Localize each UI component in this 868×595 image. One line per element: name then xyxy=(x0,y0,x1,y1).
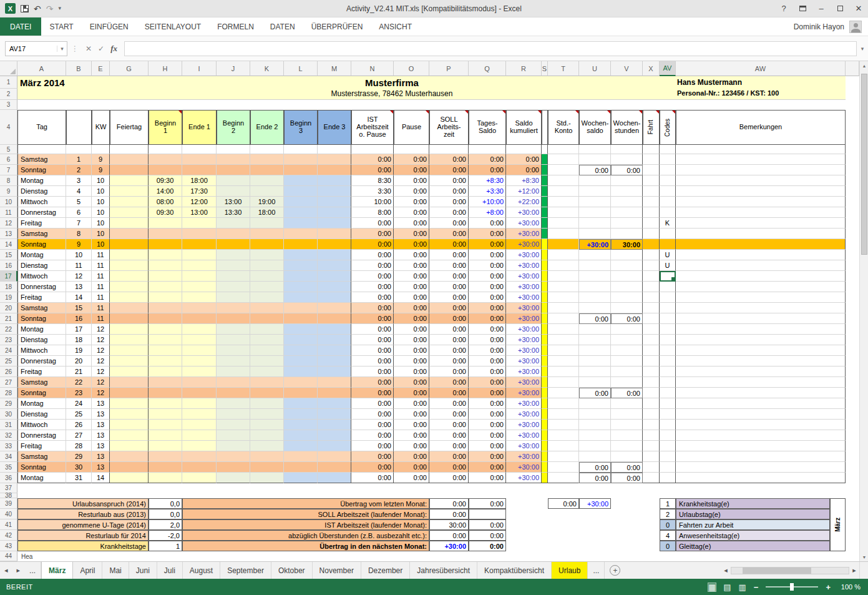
cell-B8[interactable]: 3 xyxy=(66,175,92,186)
cell-N36[interactable]: 0:00 xyxy=(351,473,394,483)
cell-AW5[interactable] xyxy=(676,145,846,154)
summary-mid-label-40[interactable]: SOLL Arbeitszeit (laufender Monat): xyxy=(182,509,429,519)
cell-P31[interactable]: 0:00 xyxy=(429,420,469,430)
row-header-3[interactable]: 3 xyxy=(0,100,17,110)
cell-L14[interactable] xyxy=(284,239,318,250)
cell-L9[interactable] xyxy=(284,186,318,197)
cell-H35[interactable] xyxy=(149,462,182,473)
cell-O7[interactable]: 0:00 xyxy=(394,165,429,175)
cell-O23[interactable]: 0:00 xyxy=(394,335,429,345)
cell-O5[interactable] xyxy=(394,145,429,154)
cell-N35[interactable]: 0:00 xyxy=(351,462,394,473)
cell-X28[interactable] xyxy=(643,388,660,398)
cell-H23[interactable] xyxy=(149,335,182,345)
cell-O19[interactable]: 0:00 xyxy=(394,292,429,303)
cell-I5[interactable] xyxy=(182,145,217,154)
cell-E20[interactable]: 11 xyxy=(92,303,110,313)
cell-L20[interactable] xyxy=(284,303,318,313)
cell-I10[interactable]: 12:00 xyxy=(182,197,217,207)
cell-I13[interactable] xyxy=(182,229,217,239)
cell-company-name[interactable]: Musterfirma xyxy=(236,77,548,88)
cell-S7[interactable] xyxy=(542,165,548,175)
summary-mid-label-42[interactable]: abzüglich Überstunden (z.B. ausbezahlt e… xyxy=(182,530,429,541)
cell-A19[interactable]: Freitag xyxy=(17,292,66,303)
cell-T29[interactable] xyxy=(548,398,579,409)
cell-T20[interactable] xyxy=(548,303,579,313)
cell-M5[interactable] xyxy=(318,145,351,154)
sheet-nav-left-icon[interactable]: ◂ xyxy=(0,562,12,579)
row-header-20[interactable]: 20 xyxy=(0,303,17,313)
cell-K7[interactable] xyxy=(250,165,284,175)
header-cell-J[interactable]: Beginn 2 xyxy=(217,110,250,145)
legend-label-41[interactable]: Fahrten zur Arbeit xyxy=(676,519,830,530)
cell-X13[interactable] xyxy=(643,229,660,239)
cell-P20[interactable]: 0:00 xyxy=(429,303,469,313)
cell-H21[interactable] xyxy=(149,313,182,324)
cell-R24[interactable]: +30:00 xyxy=(506,345,542,356)
row-header-21[interactable]: 21 xyxy=(0,313,17,324)
cell-R7[interactable]: 0:00 xyxy=(506,165,542,175)
empty-cell[interactable] xyxy=(643,509,660,519)
cell-AV19[interactable] xyxy=(660,292,676,303)
row-header-35[interactable]: 35 xyxy=(0,462,17,473)
cell-B32[interactable]: 27 xyxy=(66,430,92,441)
cell-X9[interactable] xyxy=(643,186,660,197)
cell-G24[interactable] xyxy=(110,345,149,356)
cell-E32[interactable]: 13 xyxy=(92,430,110,441)
cell-V14[interactable]: 30:00 xyxy=(611,239,643,250)
cell-Q14[interactable]: 0:00 xyxy=(469,239,506,250)
cell-S32[interactable] xyxy=(542,430,548,441)
cell-M27[interactable] xyxy=(318,377,351,388)
cell-L11[interactable] xyxy=(284,207,318,218)
empty-cell[interactable] xyxy=(643,541,660,551)
cell-U36[interactable]: 0:00 xyxy=(579,473,611,483)
cell-O35[interactable]: 0:00 xyxy=(394,462,429,473)
cell-J26[interactable] xyxy=(217,366,250,377)
redo-icon[interactable]: ↷ xyxy=(46,4,54,13)
cell-M13[interactable] xyxy=(318,229,351,239)
cell-L18[interactable] xyxy=(284,282,318,292)
cell-AV15[interactable]: U xyxy=(660,250,676,260)
cell-AV13[interactable] xyxy=(660,229,676,239)
cell-A16[interactable]: Dienstag xyxy=(17,260,66,271)
cell-AW36[interactable] xyxy=(676,473,846,483)
cell-AW35[interactable] xyxy=(676,462,846,473)
row-header-2[interactable]: 2 xyxy=(0,89,17,100)
cell-J32[interactable] xyxy=(217,430,250,441)
cell-X20[interactable] xyxy=(643,303,660,313)
cell-Q31[interactable]: 0:00 xyxy=(469,420,506,430)
row-header-27[interactable]: 27 xyxy=(0,377,17,388)
cell-Q5[interactable] xyxy=(469,145,506,154)
cell-A32[interactable]: Donnerstag xyxy=(17,430,66,441)
cell-L15[interactable] xyxy=(284,250,318,260)
cell-K11[interactable]: 18:00 xyxy=(250,207,284,218)
cell-X26[interactable] xyxy=(643,366,660,377)
cell-N22[interactable]: 0:00 xyxy=(351,324,394,335)
cell-R33[interactable]: +30:00 xyxy=(506,441,542,451)
cell-AW7[interactable] xyxy=(676,165,846,175)
cell-A27[interactable]: Samstag xyxy=(17,377,66,388)
cell-T14[interactable] xyxy=(548,239,579,250)
cell-H26[interactable] xyxy=(149,366,182,377)
cell-P29[interactable]: 0:00 xyxy=(429,398,469,409)
ribbon-tab-seitenlayout[interactable]: SEITENLAYOUT xyxy=(137,17,209,36)
cell-J29[interactable] xyxy=(217,398,250,409)
cell-Q22[interactable]: 0:00 xyxy=(469,324,506,335)
cell-X36[interactable] xyxy=(643,473,660,483)
cell-J16[interactable] xyxy=(217,260,250,271)
account-area[interactable]: Dominik Hayon xyxy=(794,17,868,36)
cell-S31[interactable] xyxy=(542,420,548,430)
cell-S24[interactable] xyxy=(542,345,548,356)
cell-AW10[interactable] xyxy=(676,197,846,207)
cell-S27[interactable] xyxy=(542,377,548,388)
cell-V23[interactable] xyxy=(611,335,643,345)
cell-O6[interactable]: 0:00 xyxy=(394,154,429,165)
summary-mid-value2-42[interactable]: 0:00 xyxy=(469,530,506,541)
cell-H33[interactable] xyxy=(149,441,182,451)
cell-G33[interactable] xyxy=(110,441,149,451)
cell-R5[interactable] xyxy=(506,145,542,154)
cell-B22[interactable]: 17 xyxy=(66,324,92,335)
cell-O10[interactable]: 0:00 xyxy=(394,197,429,207)
cell-B18[interactable]: 13 xyxy=(66,282,92,292)
cell-J20[interactable] xyxy=(217,303,250,313)
